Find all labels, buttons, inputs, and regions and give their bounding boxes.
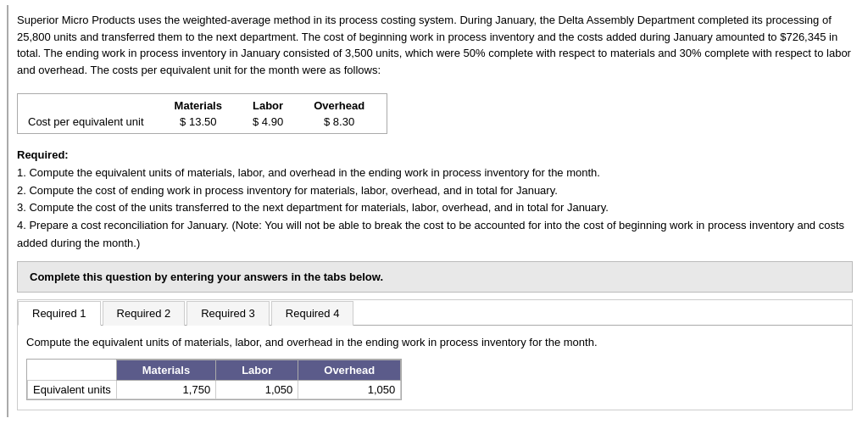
table-materials-header: Materials (116, 360, 215, 380)
overhead-input-cell[interactable] (298, 380, 401, 399)
labor-input-cell[interactable] (216, 380, 298, 399)
materials-value: $ 13.50 (159, 114, 237, 130)
labor-input[interactable] (233, 383, 292, 396)
labor-value: $ 4.90 (237, 114, 298, 130)
tab-content: Compute the equivalent units of material… (18, 326, 852, 410)
answer-table: Materials Labor Overhead Equivalent unit… (27, 360, 401, 399)
tab-required-1[interactable]: Required 1 (18, 301, 101, 326)
overhead-header: Overhead (298, 98, 380, 114)
materials-input[interactable] (151, 383, 210, 396)
instruction-text: Complete this question by entering your … (30, 270, 383, 283)
table-labor-header: Labor (216, 360, 298, 380)
overhead-input[interactable] (336, 383, 395, 396)
answer-table-wrapper: Materials Labor Overhead Equivalent unit… (26, 359, 402, 400)
instruction-box: Complete this question by entering your … (17, 261, 853, 293)
cost-row-label: Cost per equivalent unit (25, 114, 159, 130)
materials-input-cell[interactable] (116, 380, 215, 399)
empty-header (28, 360, 117, 380)
equivalent-units-row: Equivalent units (28, 380, 401, 399)
tabs-container: Required 1 Required 2 Required 3 Require… (17, 299, 853, 410)
materials-header: Materials (159, 98, 237, 114)
main-container: Superior Micro Products uses the weighte… (7, 5, 861, 417)
required-title: Required: (17, 148, 69, 161)
required-item-2: 2. Compute the cost of ending work in pr… (17, 184, 558, 197)
tab-required-2[interactable]: Required 2 (103, 301, 186, 326)
overhead-value: $ 8.30 (298, 114, 380, 130)
required-item-4: 4. Prepare a cost reconciliation for Jan… (17, 219, 844, 249)
tab-required-4[interactable]: Required 4 (271, 301, 354, 326)
required-item-3: 3. Compute the cost of the units transfe… (17, 201, 609, 214)
labor-header: Labor (237, 98, 298, 114)
problem-text: Superior Micro Products uses the weighte… (17, 12, 853, 78)
required-item-1: 1. Compute the equivalent units of mater… (17, 166, 600, 179)
cost-table: Materials Labor Overhead Cost per equiva… (17, 93, 387, 134)
tab-description: Compute the equivalent units of material… (26, 332, 843, 352)
tab-required-3[interactable]: Required 3 (186, 301, 270, 326)
tabs-header: Required 1 Required 2 Required 3 Require… (18, 300, 852, 326)
equivalent-units-label: Equivalent units (28, 380, 117, 399)
required-section: Required: 1. Compute the equivalent unit… (17, 147, 853, 253)
table-overhead-header: Overhead (298, 360, 401, 380)
